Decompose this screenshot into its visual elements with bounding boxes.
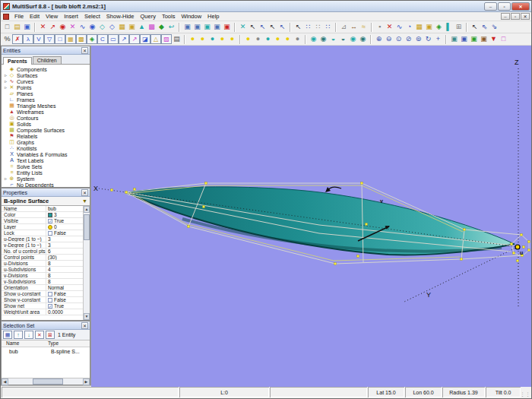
toolbar-button[interactable]: ● <box>273 34 283 44</box>
toolbar-button[interactable]: ◇ <box>97 22 107 32</box>
toolbar-button[interactable]: ▣ <box>449 34 459 44</box>
properties-options-icon[interactable]: ▼ <box>82 198 87 204</box>
tree-item-solids[interactable]: ▣Solids <box>3 121 90 127</box>
menu-view[interactable]: View <box>43 12 61 21</box>
checkbox-unchecked-icon[interactable] <box>48 292 52 296</box>
tree-item-planes[interactable]: ▱Planes <box>3 90 90 97</box>
toolbar-button[interactable]: ◉ <box>87 22 97 32</box>
toolbar-button[interactable]: ▣ <box>469 34 479 44</box>
tree-item-graphs[interactable]: ◫Graphs <box>3 139 90 145</box>
hscroll-thumb[interactable] <box>33 378 63 385</box>
toolbar-button[interactable]: ∷ <box>303 22 313 32</box>
resize-grip[interactable]: ⋮⋮ <box>521 387 530 397</box>
toolbar-button[interactable]: ↗ <box>48 22 58 32</box>
checkbox-checked-icon[interactable]: ✓ <box>48 219 52 223</box>
toolbar-button[interactable]: ▦ <box>414 22 424 32</box>
toolbar-button[interactable]: ▤ <box>172 34 182 44</box>
toolbar-button[interactable]: ◈ <box>434 22 444 32</box>
properties-scrollbar[interactable]: ▲ ▼ <box>83 206 90 320</box>
tree-item-components[interactable]: ◈Components <box>3 66 90 72</box>
toolbar-button[interactable]: ▣ <box>222 22 232 32</box>
toolbar-button[interactable]: ↖ <box>258 22 268 32</box>
tree-item-system[interactable]: ▹⊛System <box>3 176 90 182</box>
toolbar-button[interactable]: ▨ <box>161 34 172 44</box>
tree-item-surfaces[interactable]: ▹◇Surfaces <box>3 72 90 78</box>
selection-close-icon[interactable]: ✕ <box>81 322 88 329</box>
layer-bulb-icon[interactable] <box>48 225 52 230</box>
toolbar-button[interactable]: ▤ <box>12 22 22 32</box>
toolbar-button[interactable]: ▣ <box>182 22 192 32</box>
toolbar-button[interactable]: ▪ <box>375 22 385 32</box>
selection-hscrollbar[interactable]: ◀ ▶ <box>2 378 90 385</box>
toolbar-button[interactable]: ∷ <box>313 22 323 32</box>
checkbox-checked-icon[interactable]: ✓ <box>48 304 52 309</box>
toolbar-button[interactable]: ● <box>207 34 217 44</box>
menu-help[interactable]: Help <box>204 12 222 21</box>
mdi-minimize-button[interactable]: – <box>501 13 510 20</box>
toolbar-button[interactable]: ✗ <box>12 34 23 44</box>
tree-item-curves[interactable]: ▹∿Curves <box>3 78 90 84</box>
menu-tools[interactable]: Tools <box>159 12 179 21</box>
toolbar-button[interactable]: ✕ <box>68 22 78 32</box>
tree-item-text-labels[interactable]: AText Labels <box>3 157 90 163</box>
toolbar-button[interactable]: ∿ <box>394 22 404 32</box>
toolbar-button[interactable]: □ <box>499 34 508 44</box>
toolbar-button[interactable]: ● <box>243 34 253 44</box>
toolbar-button[interactable]: ◇ <box>107 22 117 32</box>
scroll-up-icon[interactable]: ▲ <box>84 206 90 213</box>
menu-window[interactable]: Window <box>178 12 204 21</box>
toolbar-button[interactable]: ● <box>253 34 263 44</box>
property-value[interactable]: 8 <box>46 261 83 266</box>
maximize-button[interactable]: ▫ <box>498 2 511 11</box>
toolbar-button[interactable]: ▦ <box>65 34 76 44</box>
toolbar-button[interactable]: % <box>2 34 12 44</box>
property-value[interactable]: 0.0000 <box>46 309 83 315</box>
toolbar-button[interactable]: ◉ <box>348 34 358 44</box>
origin-marker[interactable] <box>515 245 520 249</box>
toolbar-button[interactable]: C <box>97 34 108 44</box>
toolbar-button[interactable]: ● <box>283 34 293 44</box>
toolbar-button[interactable]: ▩ <box>76 34 87 44</box>
tree-item-composite-surfaces[interactable]: ▩Composite Surfaces <box>3 127 90 133</box>
properties-close-icon[interactable]: ✕ <box>81 189 88 196</box>
entities-close-icon[interactable]: ✕ <box>81 47 88 54</box>
move-down-icon[interactable]: ↓ <box>24 331 33 339</box>
toolbar-button[interactable]: ↔ <box>349 22 359 32</box>
property-value[interactable]: 6 <box>46 249 83 254</box>
scroll-left-icon[interactable]: ◀ <box>2 378 8 385</box>
color-swatch[interactable] <box>48 213 52 217</box>
toolbar-button[interactable]: ↖ <box>248 22 258 32</box>
property-value[interactable]: (30) <box>46 255 83 260</box>
tab-children[interactable]: Children <box>33 56 62 64</box>
select-table-icon[interactable]: ▦ <box>3 331 12 339</box>
toolbar-button[interactable]: ▣ <box>212 22 222 32</box>
toolbar-button[interactable]: ◒ <box>328 34 338 44</box>
tree-item-knotlists[interactable]: ∴Knotlists <box>3 145 90 151</box>
property-value[interactable]: 3 <box>46 212 83 217</box>
toolbar-button[interactable]: λ <box>23 34 33 44</box>
tree-item-points[interactable]: ▹✕Points <box>3 84 90 90</box>
expander-icon[interactable]: ▹ <box>3 176 8 182</box>
property-value[interactable]: 0 <box>46 224 83 230</box>
toolbar-button[interactable]: ▣ <box>424 22 434 32</box>
property-value[interactable]: bub <box>46 206 83 211</box>
toolbar-button[interactable]: ↗ <box>119 34 129 44</box>
toolbar-button[interactable]: △ <box>150 34 161 44</box>
scroll-thumb[interactable] <box>84 214 90 240</box>
toolbar-button[interactable]: ● <box>188 34 198 44</box>
tree-item-entity-lists[interactable]: ≡Entity Lists <box>3 169 90 176</box>
tree-item-variables-formulas[interactable]: ΧVariables & Formulas <box>3 151 90 157</box>
toolbar-button[interactable]: ▣ <box>127 22 137 32</box>
toolbar-button[interactable]: ⇘ <box>489 22 499 32</box>
toolbar-button[interactable]: ● <box>217 34 227 44</box>
menu-edit[interactable]: Edit <box>27 12 43 21</box>
tree-item-contours[interactable]: ◎Contours <box>3 115 90 121</box>
close-button[interactable]: ✕ <box>511 2 530 11</box>
toolbar-button[interactable]: ◆ <box>157 22 166 32</box>
tree-item-solve-sets[interactable]: =Solve Sets <box>3 163 90 169</box>
toolbar-button[interactable]: V <box>33 34 44 44</box>
selection-row[interactable]: bubB-spline S... <box>2 347 90 355</box>
toolbar-button[interactable]: ▣ <box>459 34 469 44</box>
toolbar-button[interactable]: ◪ <box>140 34 150 44</box>
property-value[interactable]: 8 <box>46 273 83 278</box>
